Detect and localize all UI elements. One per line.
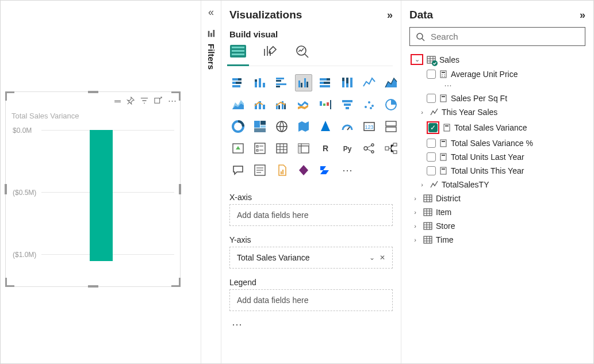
chevron-right-icon[interactable]: › <box>417 109 427 116</box>
field-checkbox[interactable] <box>427 139 436 148</box>
filter-icon[interactable] <box>140 97 148 105</box>
chevron-right-icon[interactable]: › <box>417 181 427 188</box>
stacked-bar-icon[interactable] <box>229 74 247 91</box>
field-sales-per-sqft[interactable]: Sales Per Sq Ft <box>409 91 585 105</box>
matrix-icon[interactable] <box>295 140 312 157</box>
line-stacked-column-icon[interactable] <box>251 96 269 113</box>
build-visual-tab[interactable] <box>229 43 247 60</box>
py-visual-icon[interactable]: Py <box>339 140 356 157</box>
field-total-sales-variance[interactable]: ✓ Total Sales Variance <box>409 119 585 136</box>
decomposition-tree-icon[interactable] <box>382 140 400 157</box>
ribbon-chart-icon[interactable] <box>295 96 312 113</box>
line-clustered-column-icon[interactable] <box>273 96 290 113</box>
field-checkbox[interactable] <box>427 166 436 175</box>
key-influencers-icon[interactable] <box>361 140 378 157</box>
svg-rect-24 <box>304 78 306 87</box>
area-chart-icon[interactable] <box>382 74 400 91</box>
field-checkbox[interactable]: ✓ <box>428 123 438 132</box>
table-sales[interactable]: ⌄ Sales <box>409 52 585 67</box>
more-wells-icon[interactable]: ⋯ <box>229 317 393 332</box>
donut-icon[interactable] <box>229 118 247 135</box>
power-automate-icon[interactable] <box>317 162 334 179</box>
xaxis-well[interactable]: Add data fields here <box>229 204 393 226</box>
resize-handle-tl[interactable] <box>5 91 14 101</box>
table-store[interactable]: › Store <box>409 219 585 233</box>
funnel-icon[interactable] <box>339 96 356 113</box>
yaxis-well[interactable]: Total Sales Variance ⌄ ✕ <box>229 247 393 269</box>
resize-handle-br[interactable] <box>171 278 181 287</box>
resize-handle-bottom[interactable] <box>88 285 98 288</box>
stacked-area-icon[interactable] <box>229 96 247 113</box>
get-more-visuals-icon[interactable]: ⋯ <box>339 162 356 179</box>
chevron-right-icon[interactable]: › <box>411 223 420 229</box>
map-icon[interactable] <box>273 118 290 135</box>
slicer-icon[interactable] <box>251 140 269 157</box>
field-checkbox[interactable] <box>427 94 436 103</box>
qa-visual-icon[interactable] <box>229 162 247 179</box>
expand-filters-icon[interactable]: « <box>208 6 214 18</box>
search-box[interactable] <box>409 27 585 46</box>
collapse-data-icon[interactable]: » <box>580 9 585 21</box>
svg-rect-66 <box>255 143 265 154</box>
resize-handle-left[interactable] <box>5 184 7 194</box>
legend-well[interactable]: Add data fields here <box>229 289 393 311</box>
report-canvas[interactable]: ═ ⋯ Total Sales Variance $0.0M ($0.5M) (… <box>1 1 201 363</box>
field-total-units-last-year[interactable]: Total Units Last Year <box>409 150 585 164</box>
resize-handle-right[interactable] <box>179 184 181 194</box>
power-apps-icon[interactable] <box>295 162 312 179</box>
filters-rail[interactable]: « Filters <box>201 1 221 363</box>
kpi-icon[interactable] <box>229 140 247 157</box>
chevron-right-icon[interactable]: › <box>411 236 420 243</box>
stacked-bar-100-icon[interactable] <box>317 74 334 91</box>
azure-map-icon[interactable] <box>317 118 334 135</box>
filters-label[interactable]: Filters <box>206 30 216 70</box>
treemap-icon[interactable] <box>251 118 269 135</box>
chevron-right-icon[interactable]: › <box>411 195 420 202</box>
svg-point-92 <box>444 76 445 77</box>
analytics-tab[interactable] <box>294 43 311 60</box>
field-total-units-this-year[interactable]: Total Units This Year <box>409 164 585 178</box>
visual-frame[interactable]: ═ ⋯ Total Sales Variance $0.0M ($0.5M) (… <box>5 91 181 287</box>
collapse-viz-icon[interactable]: » <box>387 9 393 21</box>
smart-narrative-icon[interactable] <box>251 162 269 179</box>
clustered-bar-icon[interactable] <box>273 74 290 91</box>
field-remove-icon[interactable]: ✕ <box>380 254 385 262</box>
table-item[interactable]: › Item <box>409 205 585 219</box>
table-icon[interactable] <box>273 140 290 157</box>
field-dropdown-icon[interactable]: ⌄ <box>369 254 375 262</box>
multi-row-card-icon[interactable] <box>382 118 400 135</box>
svg-rect-105 <box>424 223 432 229</box>
chevron-down-icon[interactable]: ⌄ <box>412 56 421 63</box>
chart-bar[interactable] <box>90 130 113 261</box>
filled-map-icon[interactable] <box>295 118 312 135</box>
pin-icon[interactable] <box>127 97 135 105</box>
resize-handle-top[interactable] <box>88 91 98 93</box>
card-icon[interactable]: 123 <box>361 118 378 135</box>
field-total-sales-ty[interactable]: › TotalSalesTY <box>409 178 585 191</box>
line-chart-icon[interactable] <box>361 74 378 91</box>
chevron-right-icon[interactable]: › <box>411 209 420 216</box>
drag-handle-icon[interactable]: ═ <box>114 96 121 106</box>
clustered-column-icon[interactable] <box>295 74 312 91</box>
scatter-icon[interactable] <box>361 96 378 113</box>
table-district[interactable]: › District <box>409 191 585 205</box>
field-this-year-sales[interactable]: › This Year Sales <box>409 105 585 119</box>
waterfall-icon[interactable] <box>317 96 334 113</box>
paginated-report-icon[interactable] <box>273 162 290 179</box>
search-input[interactable] <box>430 31 579 42</box>
table-time[interactable]: › Time <box>409 233 585 247</box>
gauge-icon[interactable] <box>339 118 356 135</box>
resize-handle-bl[interactable] <box>5 278 14 287</box>
stacked-column-icon[interactable] <box>251 74 269 91</box>
focus-mode-icon[interactable] <box>154 97 162 105</box>
stacked-column-100-icon[interactable] <box>339 74 356 91</box>
field-avg-unit-price[interactable]: Average Unit Price <box>409 67 585 81</box>
r-visual-icon[interactable]: R <box>317 140 334 157</box>
field-checkbox[interactable] <box>427 152 436 162</box>
field-checkbox[interactable] <box>427 70 436 79</box>
pie-icon[interactable] <box>382 96 400 113</box>
svg-rect-21 <box>276 86 280 87</box>
format-visual-tab[interactable] <box>262 43 279 60</box>
field-total-sales-variance-pct[interactable]: Total Sales Variance % <box>409 136 585 150</box>
more-options-icon[interactable]: ⋯ <box>168 95 177 106</box>
